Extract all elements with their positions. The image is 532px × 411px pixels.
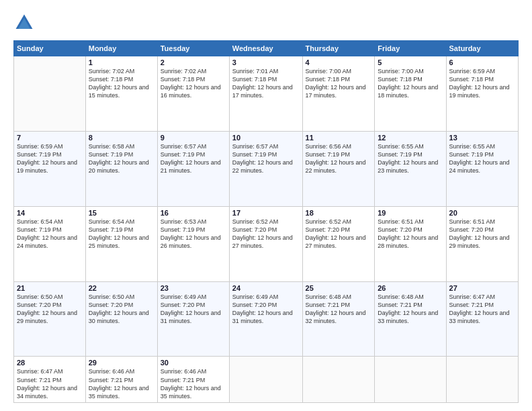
day-info: Sunrise: 7:01 AMSunset: 7:18 PMDaylight:… <box>232 67 300 100</box>
day-info: Sunrise: 6:52 AMSunset: 7:20 PMDaylight:… <box>306 218 372 250</box>
day-info: Sunrise: 6:51 AMSunset: 7:20 PMDaylight:… <box>449 218 515 250</box>
day-info: Sunrise: 6:57 AMSunset: 7:19 PMDaylight:… <box>232 142 300 175</box>
day-info: Sunrise: 6:56 AMSunset: 7:19 PMDaylight:… <box>306 142 372 175</box>
day-number: 14 <box>17 209 83 217</box>
day-number: 8 <box>89 134 154 142</box>
day-number: 3 <box>232 58 300 66</box>
day-number: 12 <box>378 134 443 142</box>
day-number: 5 <box>378 58 443 66</box>
day-info: Sunrise: 7:00 AMSunset: 7:18 PMDaylight:… <box>378 67 443 100</box>
day-info: Sunrise: 6:49 AMSunset: 7:20 PMDaylight:… <box>161 293 226 326</box>
day-number: 21 <box>17 284 83 292</box>
logo <box>13 12 38 34</box>
calendar-cell: 30Sunrise: 6:46 AMSunset: 7:21 PMDayligh… <box>157 357 229 403</box>
calendar-cell: 12Sunrise: 6:55 AMSunset: 7:19 PMDayligh… <box>375 131 446 206</box>
header <box>13 12 519 34</box>
day-number: 20 <box>449 209 515 217</box>
calendar-cell: 25Sunrise: 6:48 AMSunset: 7:21 PMDayligh… <box>302 281 375 357</box>
day-info: Sunrise: 7:02 AMSunset: 7:18 PMDaylight:… <box>89 67 154 100</box>
calendar-header-tuesday: Tuesday <box>157 41 229 56</box>
day-number: 30 <box>161 359 226 367</box>
calendar-cell <box>14 56 86 132</box>
logo-icon <box>13 12 35 34</box>
calendar-week-5: 28Sunrise: 6:47 AMSunset: 7:21 PMDayligh… <box>14 357 519 403</box>
day-info: Sunrise: 6:50 AMSunset: 7:20 PMDaylight:… <box>89 293 154 326</box>
calendar-cell: 3Sunrise: 7:01 AMSunset: 7:18 PMDaylight… <box>229 56 302 132</box>
day-number: 22 <box>89 284 154 292</box>
day-info: Sunrise: 6:48 AMSunset: 7:21 PMDaylight:… <box>378 293 443 326</box>
day-number: 7 <box>17 134 83 142</box>
calendar-cell: 21Sunrise: 6:50 AMSunset: 7:20 PMDayligh… <box>14 281 86 357</box>
day-info: Sunrise: 6:47 AMSunset: 7:21 PMDaylight:… <box>17 367 83 400</box>
calendar-cell: 19Sunrise: 6:51 AMSunset: 7:20 PMDayligh… <box>375 206 446 281</box>
calendar-cell: 17Sunrise: 6:52 AMSunset: 7:20 PMDayligh… <box>229 206 302 281</box>
day-number: 27 <box>449 284 515 292</box>
day-info: Sunrise: 6:51 AMSunset: 7:20 PMDaylight:… <box>378 218 443 250</box>
day-info: Sunrise: 6:53 AMSunset: 7:19 PMDaylight:… <box>161 218 226 250</box>
calendar-header-thursday: Thursday <box>302 41 375 56</box>
calendar-header-wednesday: Wednesday <box>229 41 302 56</box>
day-number: 2 <box>161 58 226 66</box>
calendar-cell: 29Sunrise: 6:46 AMSunset: 7:21 PMDayligh… <box>85 357 157 403</box>
day-number: 6 <box>449 58 515 66</box>
day-info: Sunrise: 6:55 AMSunset: 7:19 PMDaylight:… <box>449 142 515 175</box>
calendar-cell: 1Sunrise: 7:02 AMSunset: 7:18 PMDaylight… <box>85 56 157 132</box>
calendar-header-friday: Friday <box>375 41 446 56</box>
calendar-cell: 22Sunrise: 6:50 AMSunset: 7:20 PMDayligh… <box>85 281 157 357</box>
calendar-cell <box>229 357 302 403</box>
calendar-week-4: 21Sunrise: 6:50 AMSunset: 7:20 PMDayligh… <box>14 281 519 357</box>
day-info: Sunrise: 6:54 AMSunset: 7:19 PMDaylight:… <box>17 218 83 250</box>
day-number: 4 <box>306 58 372 66</box>
day-number: 13 <box>449 134 515 142</box>
day-info: Sunrise: 6:47 AMSunset: 7:21 PMDaylight:… <box>449 293 515 326</box>
calendar-cell: 6Sunrise: 6:59 AMSunset: 7:18 PMDaylight… <box>446 56 518 132</box>
day-number: 16 <box>161 209 226 217</box>
calendar-cell: 9Sunrise: 6:57 AMSunset: 7:19 PMDaylight… <box>157 131 229 206</box>
day-info: Sunrise: 6:46 AMSunset: 7:21 PMDaylight:… <box>89 367 154 400</box>
calendar-cell: 14Sunrise: 6:54 AMSunset: 7:19 PMDayligh… <box>14 206 86 281</box>
calendar-cell: 24Sunrise: 6:49 AMSunset: 7:20 PMDayligh… <box>229 281 302 357</box>
calendar-cell: 13Sunrise: 6:55 AMSunset: 7:19 PMDayligh… <box>446 131 518 206</box>
day-info: Sunrise: 6:55 AMSunset: 7:19 PMDaylight:… <box>378 142 443 175</box>
day-number: 11 <box>306 134 372 142</box>
day-number: 25 <box>306 284 372 292</box>
day-info: Sunrise: 6:48 AMSunset: 7:21 PMDaylight:… <box>306 293 372 326</box>
calendar-cell: 4Sunrise: 7:00 AMSunset: 7:18 PMDaylight… <box>302 56 375 132</box>
day-info: Sunrise: 6:58 AMSunset: 7:19 PMDaylight:… <box>89 142 154 175</box>
day-info: Sunrise: 7:02 AMSunset: 7:18 PMDaylight:… <box>161 67 226 100</box>
calendar-cell: 16Sunrise: 6:53 AMSunset: 7:19 PMDayligh… <box>157 206 229 281</box>
page: SundayMondayTuesdayWednesdayThursdayFrid… <box>0 0 532 411</box>
day-number: 10 <box>232 134 300 142</box>
calendar-header-saturday: Saturday <box>446 41 518 56</box>
calendar-cell: 10Sunrise: 6:57 AMSunset: 7:19 PMDayligh… <box>229 131 302 206</box>
day-number: 17 <box>232 209 300 217</box>
calendar-cell: 7Sunrise: 6:59 AMSunset: 7:19 PMDaylight… <box>14 131 86 206</box>
calendar-cell: 5Sunrise: 7:00 AMSunset: 7:18 PMDaylight… <box>375 56 446 132</box>
day-number: 9 <box>161 134 226 142</box>
day-number: 15 <box>89 209 154 217</box>
day-number: 1 <box>89 58 154 66</box>
day-number: 18 <box>306 209 372 217</box>
calendar-cell: 8Sunrise: 6:58 AMSunset: 7:19 PMDaylight… <box>85 131 157 206</box>
day-info: Sunrise: 6:46 AMSunset: 7:21 PMDaylight:… <box>161 367 226 400</box>
day-number: 28 <box>17 359 83 367</box>
calendar-cell: 20Sunrise: 6:51 AMSunset: 7:20 PMDayligh… <box>446 206 518 281</box>
calendar-table: SundayMondayTuesdayWednesdayThursdayFrid… <box>13 40 519 403</box>
calendar-cell: 27Sunrise: 6:47 AMSunset: 7:21 PMDayligh… <box>446 281 518 357</box>
calendar-week-1: 1Sunrise: 7:02 AMSunset: 7:18 PMDaylight… <box>14 56 519 132</box>
calendar-week-2: 7Sunrise: 6:59 AMSunset: 7:19 PMDaylight… <box>14 131 519 206</box>
day-info: Sunrise: 6:57 AMSunset: 7:19 PMDaylight:… <box>161 142 226 175</box>
day-info: Sunrise: 6:59 AMSunset: 7:18 PMDaylight:… <box>449 67 515 100</box>
calendar-cell: 18Sunrise: 6:52 AMSunset: 7:20 PMDayligh… <box>302 206 375 281</box>
day-info: Sunrise: 6:50 AMSunset: 7:20 PMDaylight:… <box>17 293 83 326</box>
calendar-cell <box>446 357 518 403</box>
calendar-header-sunday: Sunday <box>14 41 86 56</box>
calendar-cell: 28Sunrise: 6:47 AMSunset: 7:21 PMDayligh… <box>14 357 86 403</box>
calendar-cell: 23Sunrise: 6:49 AMSunset: 7:20 PMDayligh… <box>157 281 229 357</box>
calendar-cell: 15Sunrise: 6:54 AMSunset: 7:19 PMDayligh… <box>85 206 157 281</box>
calendar-cell: 26Sunrise: 6:48 AMSunset: 7:21 PMDayligh… <box>375 281 446 357</box>
calendar-header-monday: Monday <box>85 41 157 56</box>
calendar-header-row: SundayMondayTuesdayWednesdayThursdayFrid… <box>14 41 519 56</box>
calendar-cell: 2Sunrise: 7:02 AMSunset: 7:18 PMDaylight… <box>157 56 229 132</box>
day-number: 29 <box>89 359 154 367</box>
